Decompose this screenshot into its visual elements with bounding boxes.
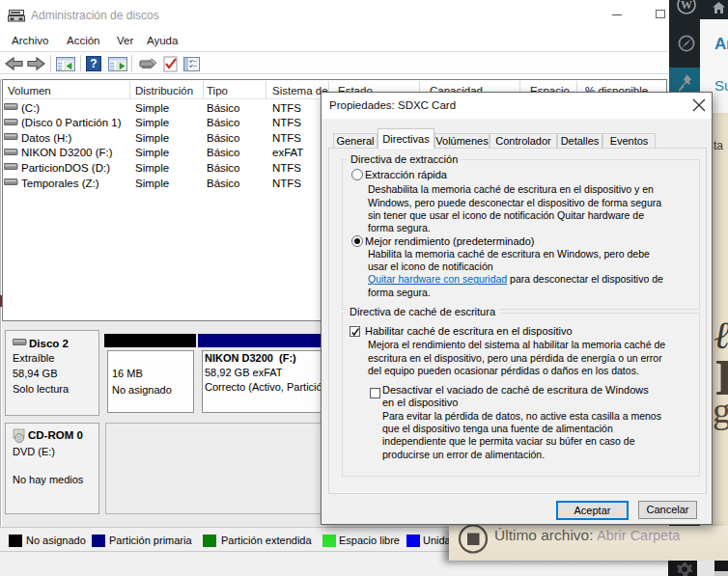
svg-text:W: W (681, 0, 692, 12)
